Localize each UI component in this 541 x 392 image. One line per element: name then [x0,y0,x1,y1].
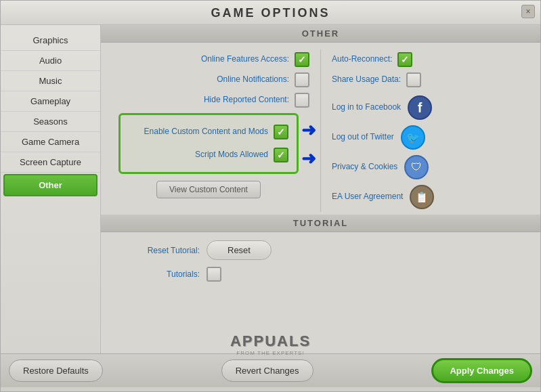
online-features-row: Online Features Access: [108,49,309,70]
ea-agreement-row: EA User Agreement 📋 [332,182,534,212]
apply-changes-button[interactable]: Apply Changes [431,358,532,383]
online-notifications-row: Online Notifications: [108,70,309,90]
online-notifications-checkbox[interactable] [295,72,309,87]
tutorials-checkbox[interactable] [207,267,221,282]
reset-tutorial-row: Reset Tutorial: Reset [112,240,529,260]
restore-defaults-button[interactable]: Restore Defaults [9,360,103,382]
game-options-window: Game Options × Graphics Audio Music Game… [0,0,541,392]
twitter-label: Log out of Twitter [332,132,394,143]
main-layout: Graphics Audio Music Gameplay Seasons Ga… [1,25,540,353]
hide-reported-checkbox[interactable] [295,93,309,108]
tutorial-section-header: Tutorial [101,215,540,232]
privacy-label: Privacy & Cookies [332,162,397,173]
tutorials-label: Tutorials: [112,269,200,279]
mods-highlight-box: Enable Custom Content and Mods Script Mo… [118,113,299,174]
share-usage-label: Share Usage Data: [332,74,401,85]
revert-changes-button[interactable]: Revert Changes [221,360,313,382]
arrow-1-icon: ➜ [301,120,316,141]
content-area: Other Online Features Access: Online Not… [101,25,540,353]
sidebar: Graphics Audio Music Gameplay Seasons Ga… [1,25,101,353]
online-notifications-label: Online Notifications: [217,74,289,85]
privacy-row: Privacy & Cookies 🛡 [332,152,534,182]
twitter-icon-button[interactable]: 🐦 [401,125,425,150]
other-section-header: Other [101,25,540,43]
view-custom-content-button[interactable]: View Custom Content [156,181,261,198]
bottom-bar: Restore Defaults Revert Changes Apply Ch… [1,353,540,387]
facebook-row: Log in to Facebook f [332,93,534,123]
view-custom-content-container: View Custom Content [108,181,309,198]
facebook-label: Log in to Facebook [332,102,401,113]
script-mods-checkbox[interactable] [274,148,288,162]
hide-reported-label: Hide Reported Content: [204,95,289,106]
privacy-icon-button[interactable]: 🛡 [404,155,429,179]
online-features-checkbox[interactable] [295,52,309,67]
auto-reconnect-checkbox[interactable] [397,52,412,67]
enable-custom-label: Enable Custom Content and Mods [144,127,268,137]
close-button[interactable]: × [521,5,535,18]
reset-tutorial-label: Reset Tutorial: [112,246,200,255]
script-mods-row: Script Mods Allowed [129,144,288,167]
ea-agreement-label: EA User Agreement [332,192,403,202]
auto-reconnect-label: Auto-Reconnect: [332,54,392,65]
tutorials-row: Tutorials: [112,267,529,282]
enable-custom-content-row: Enable Custom Content and Mods [129,121,288,144]
ea-agreement-icon-button[interactable]: 📋 [410,185,434,209]
sidebar-item-game-camera[interactable]: Game Camera [1,132,100,152]
right-options-col: Auto-Reconnect: Share Usage Data: Log in… [326,49,534,212]
tutorial-section: Tutorial Reset Tutorial: Reset Tutorials… [101,215,540,297]
other-options-layout: Online Features Access: Online Notificat… [101,43,540,212]
twitter-row: Log out of Twitter 🐦 [332,123,534,152]
left-options-col: Online Features Access: Online Notificat… [108,49,315,212]
reset-tutorial-button[interactable]: Reset [207,240,272,260]
sidebar-item-other[interactable]: Other [3,174,98,196]
sidebar-item-gameplay[interactable]: Gameplay [1,91,100,112]
online-features-label: Online Features Access: [201,54,289,65]
column-divider [320,49,321,212]
sidebar-item-music[interactable]: Music [1,71,100,91]
tutorial-options: Reset Tutorial: Reset Tutorials: [101,232,540,297]
share-usage-row: Share Usage Data: [332,70,534,90]
sidebar-item-graphics[interactable]: Graphics [1,30,100,51]
highlight-container: Enable Custom Content and Mods Script Mo… [108,113,309,174]
hide-reported-row: Hide Reported Content: [108,90,309,110]
sidebar-item-seasons[interactable]: Seasons [1,112,100,132]
sidebar-item-audio[interactable]: Audio [1,51,100,71]
sidebar-item-screen-capture[interactable]: Screen Capture [1,152,100,173]
window-title: Game Options [1,6,540,20]
facebook-icon-button[interactable]: f [408,95,432,120]
enable-custom-checkbox[interactable] [274,125,288,139]
script-mods-label: Script Mods Allowed [195,150,268,160]
share-usage-checkbox[interactable] [406,72,421,87]
auto-reconnect-row: Auto-Reconnect: [332,49,534,70]
title-bar: Game Options × [1,1,540,25]
arrow-2-icon: ➜ [301,148,316,169]
